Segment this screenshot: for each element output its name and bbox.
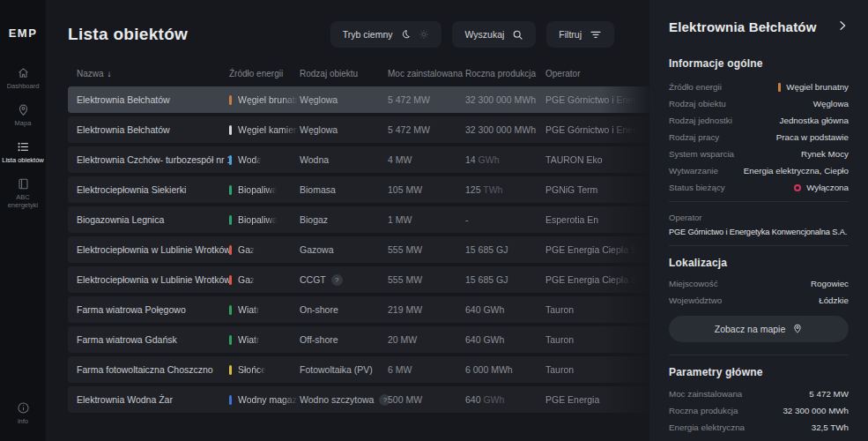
sidebar-item-label: Mapa bbox=[15, 119, 32, 127]
type-label: Wodna bbox=[300, 154, 329, 165]
source-color-bar bbox=[229, 95, 232, 105]
book-icon bbox=[17, 177, 30, 191]
search-label: Wyszukaj bbox=[464, 29, 504, 40]
section-heading-general: Informacje ogólne bbox=[669, 57, 849, 70]
column-header-label: Roczna produkcja bbox=[465, 69, 536, 78]
moon-icon[interactable] bbox=[400, 29, 411, 40]
cell-source: Węgiel brunatny bbox=[229, 94, 300, 105]
type-label: Wodno szczytowa bbox=[300, 394, 374, 405]
table-row[interactable]: Elektrociepłownia w Lublinie Wrotków Gaz… bbox=[68, 236, 649, 263]
sidebar-item-dashboard[interactable]: Dashboard bbox=[0, 66, 46, 90]
kv-label: Miejscowość bbox=[669, 279, 718, 288]
cell-source: Węgiel kamienny bbox=[229, 124, 300, 135]
column-header-operator[interactable]: Operator bbox=[545, 69, 641, 78]
table-row[interactable]: Farma wiatrowa Gdańsk Wiatr Off-shore 20… bbox=[68, 326, 649, 353]
kv-value: Węglowa bbox=[813, 99, 849, 108]
kv-label: Rodzaj obiektu bbox=[669, 99, 726, 108]
kv-label: Energia elektryczna bbox=[669, 422, 745, 432]
table-row[interactable]: Elektrociepłownia Siekierki Biopaliwa Bi… bbox=[68, 176, 649, 203]
dark-mode-toggle-button[interactable]: Tryb ciemny bbox=[330, 21, 442, 48]
type-label: Off-shore bbox=[300, 334, 338, 345]
kv-value: 32,5 TWh bbox=[812, 422, 849, 432]
cell-operator: PGE Górnictwo i Energetyka bbox=[545, 94, 641, 105]
kv-label: Wytwarzanie bbox=[669, 166, 718, 176]
cell-power: 5 472 MW bbox=[388, 124, 465, 135]
cell-production: - bbox=[465, 214, 545, 225]
operator-label: Operator bbox=[669, 213, 849, 222]
cell-name: Farma fotowoltaiczna Choszczno bbox=[77, 364, 229, 375]
source-color-bar bbox=[229, 215, 232, 225]
table-row[interactable]: Farma fotowoltaiczna Choszczno Słońce Fo… bbox=[68, 356, 649, 383]
column-header-roczna-produkcja[interactable]: Roczna produkcja bbox=[465, 69, 545, 78]
cell-type: On-shore bbox=[300, 304, 388, 315]
source-label: Gaz bbox=[238, 274, 255, 285]
cell-power: 20 MW bbox=[388, 334, 465, 345]
main-content: Lista obiektów Tryb ciemny Wyszukaj bbox=[46, 0, 649, 441]
show-on-map-button[interactable]: Zobacz na mapie bbox=[669, 316, 849, 342]
kv-value-group: Węgiel brunatny bbox=[778, 82, 849, 92]
filter-icon bbox=[590, 29, 602, 40]
cell-type: Biogaz bbox=[300, 214, 388, 225]
sidebar-item-info[interactable]: info bbox=[0, 401, 46, 425]
table-row[interactable]: Biogazownia Legnica Biopaliwa Biogaz 1 M… bbox=[68, 206, 649, 233]
sidebar-item-mapa[interactable]: Mapa bbox=[0, 103, 46, 127]
source-color-bar bbox=[229, 305, 232, 315]
cell-operator: PGE Energia bbox=[545, 394, 641, 405]
cell-power: 1 MW bbox=[388, 214, 465, 225]
cell-name: Elektrociepłownia w Lublinie Wrotków bbox=[77, 244, 229, 255]
type-label: Fotowoltaika (PV) bbox=[300, 364, 373, 375]
kv-label: Moc zainstalowana bbox=[669, 389, 742, 399]
sun-icon[interactable] bbox=[419, 29, 429, 40]
kv-value-group: Energia elektryczna, Ciepło bbox=[744, 166, 849, 176]
source-color-bar bbox=[229, 275, 232, 285]
sidebar-item-label: ABC energetyki bbox=[0, 193, 46, 209]
source-color-bar bbox=[229, 365, 232, 375]
operator-value: PGE Górnictwo i Energetyka Konwencjonaln… bbox=[669, 228, 849, 236]
table-row[interactable]: Elektrownia Czchów- turbozespół nr 1 Wod… bbox=[68, 146, 649, 173]
search-icon bbox=[512, 29, 523, 41]
column-header-r-d-o-energii[interactable]: Źródło energii bbox=[229, 69, 300, 78]
cell-production: 640 GWh bbox=[465, 334, 545, 345]
cell-type: Biomasa bbox=[300, 184, 388, 195]
cell-type: Off-shore bbox=[300, 334, 388, 345]
kv-label: Źródło energii bbox=[669, 82, 722, 92]
table-row[interactable]: Elektrownia Wodna Żar Wodny magazyn ener… bbox=[68, 386, 649, 413]
cell-type: Węglowa bbox=[300, 124, 388, 135]
question-badge-icon[interactable]: ? bbox=[331, 274, 343, 286]
table-row[interactable]: Elektrociepłownia w Lublinie Wrotków Gaz… bbox=[68, 266, 649, 293]
cell-source: Gaz bbox=[229, 274, 300, 285]
app-logo[interactable]: EMP bbox=[9, 26, 38, 40]
cell-production: 14 GWh bbox=[465, 154, 545, 165]
cell-operator: Tauron bbox=[545, 334, 641, 345]
table-row[interactable]: Elektrownia Bełchatów Węgiel brunatny Wę… bbox=[68, 86, 649, 113]
cell-power: 219 MW bbox=[388, 304, 465, 315]
type-label: Węglowa bbox=[300, 94, 338, 105]
sidebar-item-lista-obiekt-w[interactable]: Lista obiektów bbox=[0, 140, 46, 164]
column-header-label: Rodzaj obiektu bbox=[300, 69, 358, 78]
kv-value-group: Rynek Mocy bbox=[801, 149, 849, 159]
filter-button[interactable]: Filtruj bbox=[546, 21, 614, 48]
expand-panel-button[interactable] bbox=[836, 19, 849, 34]
table-row[interactable]: Elektrownia Bełchatów Węgiel kamienny Wę… bbox=[68, 116, 649, 143]
cell-power: 555 MW bbox=[388, 244, 465, 255]
column-header-moc-zainstalowana[interactable]: Moc zainstalowana bbox=[388, 69, 465, 78]
main-header: Lista obiektów Tryb ciemny Wyszukaj bbox=[46, 0, 649, 48]
pin-icon bbox=[17, 103, 30, 116]
kv-label: Województwo bbox=[669, 295, 722, 305]
sidebar-item-abc-energetyki[interactable]: ABC energetyki bbox=[0, 177, 46, 209]
detail-title: Elektrownia Bełchatów bbox=[669, 19, 817, 34]
cell-power: 105 MW bbox=[388, 184, 465, 195]
column-header-nazwa[interactable]: Nazwa ↓ bbox=[77, 69, 229, 78]
table-row[interactable]: Farma wiatrowa Połęgowo Wiatr On-shore 2… bbox=[68, 296, 649, 323]
divider bbox=[669, 245, 849, 246]
cell-power: 4 MW bbox=[388, 154, 465, 165]
column-header-rodzaj-obiektu[interactable]: Rodzaj obiektu bbox=[300, 69, 388, 78]
type-label: CCGT bbox=[300, 274, 326, 285]
source-label: Biopaliwa bbox=[238, 214, 278, 225]
kv-value: Wyłączona bbox=[806, 183, 849, 192]
search-button[interactable]: Wyszukaj bbox=[452, 21, 536, 48]
cell-name: Elektrociepłownia w Lublinie Wrotków bbox=[77, 274, 229, 285]
cell-source: Biopaliwa bbox=[229, 184, 300, 195]
sort-desc-icon: ↓ bbox=[108, 69, 112, 78]
table-body: Elektrownia Bełchatów Węgiel brunatny Wę… bbox=[68, 86, 649, 413]
